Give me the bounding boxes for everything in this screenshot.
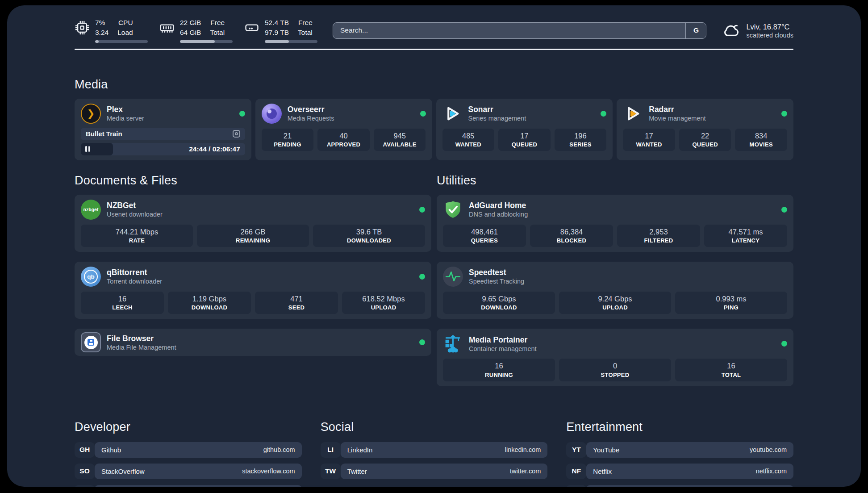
stat-box: 22QUEUED [679, 129, 731, 151]
stat-box: 618.52 MbpsUPLOAD [342, 292, 425, 314]
app-description: Series management [468, 115, 526, 122]
storage-stat: 52.4 TB 97.9 TB Free Total [244, 18, 317, 42]
stat-box: 9.65 GbpsDOWNLOAD [443, 292, 555, 314]
link-name: Netflix [593, 468, 612, 475]
search-input[interactable] [333, 23, 685, 38]
link-reddit[interactable]: RE Redditreddit.com [566, 485, 793, 487]
link-stackoverflow[interactable]: SO StackOverflowstackoverflow.com [75, 464, 302, 479]
link-abbr: TW [321, 464, 341, 479]
section-title-entertainment: Entertainment [566, 420, 793, 434]
link-url: twitter.com [510, 468, 541, 475]
link-name: StackOverflow [101, 468, 145, 475]
status-online-dot [781, 341, 787, 347]
storage-free: 52.4 TB [265, 18, 289, 28]
link-linkedin[interactable]: LI LinkedInlinkedin.com [321, 442, 548, 458]
app-name: Speedtest [469, 268, 524, 277]
app-card-plex[interactable]: ❯ Plex Media server Bullet Train 24:44 [75, 99, 251, 160]
app-card-filebrowser[interactable]: File Browser Media File Management [75, 329, 431, 356]
app-card-nzbget[interactable]: nzbget NZBGet Usenet downloader 744.21 M… [75, 195, 431, 252]
radarr-icon [623, 104, 643, 124]
storage-progress-fill [265, 40, 289, 43]
app-description: Media Requests [288, 115, 334, 122]
cpu-progress-track [95, 40, 148, 43]
pause-button[interactable] [81, 143, 113, 155]
link-youtube[interactable]: YT YouTubeyoutube.com [566, 442, 793, 458]
overseerr-icon [262, 104, 282, 124]
status-online-dot [781, 111, 787, 117]
status-online-dot [781, 207, 787, 213]
playback-time: 24:44 / 02:06:47 [189, 145, 245, 153]
qbittorrent-icon: qb [81, 267, 101, 287]
memory-stat: 22 GiB 64 GiB Free Total [159, 18, 233, 42]
stat-box: 196SERIES [555, 129, 607, 151]
app-card-radarr[interactable]: Radarr Movie management 17WANTED 22QUEUE… [617, 99, 793, 160]
memory-progress-track [180, 40, 233, 43]
stat-box: 0STOPPED [559, 359, 671, 381]
link-abbr: RE [566, 485, 586, 487]
weather-location: Lviv, 16.87°C [746, 22, 793, 32]
stat-box: 21PENDING [262, 129, 314, 151]
app-card-adguard[interactable]: AdGuard Home DNS and adblocking 498,461Q… [437, 195, 793, 252]
stat-box: 744.21 MbpsRATE [81, 225, 193, 247]
memory-progress-fill [180, 40, 215, 43]
app-card-portainer[interactable]: Media Portainer Container management 16R… [437, 329, 793, 386]
app-name: Overseerr [288, 105, 334, 114]
link-twitter[interactable]: TW Twittertwitter.com [321, 464, 548, 479]
link-name: Github [101, 446, 121, 454]
app-description: DNS and adblocking [469, 211, 528, 218]
cpu-label-2: Load [117, 28, 133, 38]
adguard-icon [443, 200, 463, 220]
link-url: netflix.com [756, 468, 787, 475]
stat-box: 2,953FILTERED [617, 225, 700, 247]
link-abbr: DT [75, 485, 95, 487]
status-online-dot [419, 207, 425, 213]
link-name: Twitter [347, 468, 367, 475]
cpu-percent: 7% [95, 18, 108, 28]
nzbget-icon: nzbget [81, 200, 101, 220]
top-bar: 7% 3.24 CPU Load [75, 16, 793, 45]
weather-widget: Lviv, 16.87°C scattered clouds [722, 21, 793, 40]
stat-box: 0.993 msPING [675, 292, 787, 314]
stat-box: 16TOTAL [675, 359, 787, 381]
app-description: Movie management [649, 115, 705, 122]
section-title-utilities: Utilities [437, 174, 793, 188]
now-playing-row: Bullet Train [81, 128, 245, 140]
memory-label-1: Free [210, 18, 225, 28]
link-github[interactable]: GH Githubgithub.com [75, 442, 302, 458]
link-abbr: GH [75, 442, 95, 458]
system-stats: 7% 3.24 CPU Load [75, 18, 317, 42]
app-name: Media Portainer [469, 335, 537, 345]
dashboard-panel: 7% 3.24 CPU Load [7, 5, 861, 487]
search-engine-button[interactable]: G [685, 23, 706, 38]
storage-icon [244, 20, 259, 35]
app-description: Media server [107, 115, 144, 122]
stat-box: 17WANTED [623, 129, 675, 151]
app-name: File Browser [107, 334, 176, 343]
stat-box: 39.6 TBDOWNLOADED [313, 225, 425, 247]
app-card-sonarr[interactable]: Sonarr Series management 485WANTED 17QUE… [436, 99, 613, 160]
app-card-qbittorrent[interactable]: qb qBittorrent Torrent downloader 16LEEC… [75, 262, 431, 319]
portainer-icon [443, 334, 463, 354]
app-description: Usenet downloader [107, 211, 163, 218]
section-title-developer: Developer [75, 420, 302, 434]
link-dev[interactable]: DT DEVdev.to [75, 485, 302, 487]
link-abbr: LI [321, 442, 341, 458]
cpu-icon [75, 20, 90, 35]
app-name: qBittorrent [107, 268, 162, 277]
cpu-stat: 7% 3.24 CPU Load [75, 18, 148, 42]
app-card-overseerr[interactable]: Overseerr Media Requests 21PENDING 40APP… [255, 99, 432, 160]
link-netflix[interactable]: NF Netflixnetflix.com [566, 464, 793, 479]
memory-total: 64 GiB [180, 28, 201, 38]
stat-box: 485WANTED [442, 129, 495, 151]
app-card-speedtest[interactable]: Speedtest Speedtest Tracking 9.65 GbpsDO… [437, 262, 793, 319]
app-description: Media File Management [107, 344, 176, 351]
app-name: Plex [107, 105, 144, 114]
speedtest-icon [443, 267, 463, 287]
memory-icon [159, 20, 175, 35]
stat-box: 834MOVIES [735, 129, 787, 151]
now-playing-title: Bullet Train [86, 130, 122, 138]
session-camera-icon [233, 130, 240, 138]
app-name: Radarr [649, 105, 705, 114]
stat-box: 498,461QUERIES [443, 225, 526, 247]
stat-box: 16LEECH [81, 292, 164, 314]
